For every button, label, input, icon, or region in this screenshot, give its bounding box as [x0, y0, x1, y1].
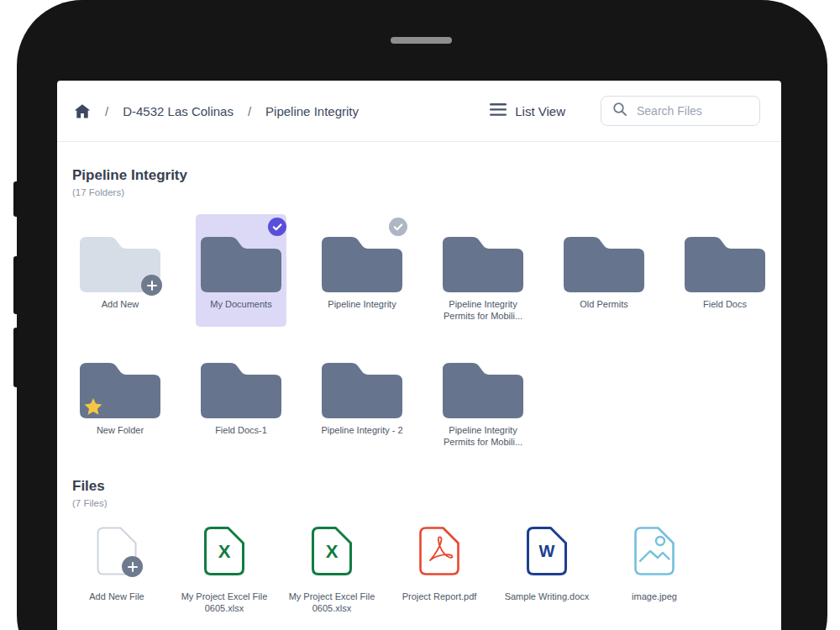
- file-label: Project Report.pdf: [402, 591, 477, 602]
- star-icon: [83, 396, 103, 417]
- folder-card[interactable]: Old Permits: [559, 214, 649, 327]
- image-file-icon: [634, 527, 675, 575]
- folder-label: My Documents: [210, 298, 271, 310]
- folder-label: Add New: [102, 298, 139, 310]
- selected-check-icon[interactable]: [268, 218, 286, 236]
- file-label: Add New File: [89, 591, 144, 602]
- folder-icon: [443, 360, 523, 418]
- folder-icon: [322, 360, 402, 418]
- folder-label: Pipeline Integrity Permits for Mobili...: [439, 298, 527, 322]
- folder-card[interactable]: My Documents: [196, 214, 286, 327]
- folders-section-count: (17 Folders): [72, 187, 781, 197]
- file-card[interactable]: XMy Project Excel File 0605.xlsx: [286, 527, 378, 614]
- file-label: My Project Excel File 0605.xlsx: [288, 591, 375, 614]
- folder-card[interactable]: Add New: [75, 214, 165, 327]
- file-label: image.jpeg: [632, 591, 677, 602]
- folder-card[interactable]: Pipeline Integrity Permits for Mobili...: [438, 214, 528, 327]
- file-card[interactable]: WSample Writing.docx: [501, 527, 593, 614]
- folder-label: New Folder: [97, 424, 144, 436]
- files-section: Files (7 Files) Add New FileXMy Project …: [72, 478, 781, 614]
- breadcrumb-separator: /: [248, 104, 251, 118]
- folder-grid: Add NewMy DocumentsPipeline IntegrityPip…: [75, 214, 781, 453]
- files-section-title: Files: [72, 478, 781, 495]
- home-icon[interactable]: [74, 103, 91, 119]
- svg-text:X: X: [326, 541, 339, 562]
- file-label: My Project Excel File 0605.xlsx: [181, 591, 268, 614]
- add-folder-icon: [80, 234, 160, 292]
- tablet-camera-bar: [391, 37, 452, 44]
- list-view-icon: [490, 102, 507, 119]
- folders-section: Pipeline Integrity (17 Folders) Add NewM…: [72, 167, 781, 453]
- header-actions: List View: [490, 96, 760, 126]
- app-screen: / D-4532 Las Colinas / Pipeline Integrit…: [57, 81, 781, 630]
- folder-card[interactable]: New Folder: [75, 340, 165, 453]
- word-file-icon: W: [527, 527, 567, 575]
- unselected-check-icon[interactable]: [389, 218, 407, 236]
- search-icon: [612, 102, 627, 120]
- add-file-plus-icon: [122, 556, 143, 577]
- folder-label: Pipeline Integrity - 2: [321, 424, 402, 436]
- folder-label: Pipeline Integrity Permits for Mobili...: [439, 424, 527, 448]
- folder-icon: [443, 234, 523, 292]
- folder-icon: [201, 234, 281, 292]
- folder-card[interactable]: Pipeline Integrity Permits for Mobili...: [438, 340, 528, 453]
- search-input[interactable]: [635, 103, 751, 118]
- folder-label: Pipeline Integrity: [328, 298, 396, 310]
- breadcrumb: / D-4532 Las Colinas / Pipeline Integrit…: [74, 103, 359, 119]
- main-content: Pipeline Integrity (17 Folders) Add NewM…: [57, 142, 781, 614]
- svg-text:W: W: [539, 542, 555, 560]
- files-grid: Add New FileXMy Project Excel File 0605.…: [71, 527, 781, 614]
- add-file-icon: [97, 527, 137, 575]
- folder-icon: [201, 360, 281, 418]
- folder-icon: [685, 234, 765, 292]
- folder-icon: [80, 360, 160, 418]
- folders-section-title: Pipeline Integrity: [72, 167, 781, 184]
- add-folder-plus-icon: [141, 275, 162, 296]
- folder-label: Old Permits: [580, 298, 627, 310]
- folder-label: Field Docs-1: [215, 424, 267, 436]
- file-card[interactable]: XMy Project Excel File 0605.xlsx: [178, 527, 270, 614]
- folder-card[interactable]: Pipeline Integrity: [317, 214, 407, 327]
- folder-icon: [564, 234, 644, 292]
- folder-card[interactable]: Field Docs-1: [196, 340, 286, 453]
- app-header: / D-4532 Las Colinas / Pipeline Integrit…: [57, 81, 781, 142]
- excel-file-icon: X: [204, 527, 244, 575]
- folder-card[interactable]: Field Docs: [680, 214, 770, 327]
- file-label: Sample Writing.docx: [505, 591, 590, 602]
- file-card[interactable]: image.jpeg: [608, 527, 701, 614]
- folder-label: Field Docs: [703, 298, 747, 310]
- file-card[interactable]: Add New File: [71, 527, 163, 614]
- file-card[interactable]: Project Report.pdf: [393, 527, 486, 614]
- list-view-button[interactable]: List View: [490, 102, 565, 119]
- breadcrumb-item-project[interactable]: D-4532 Las Colinas: [123, 104, 234, 118]
- list-view-label: List View: [515, 104, 565, 118]
- files-section-count: (7 Files): [72, 498, 781, 508]
- search-box[interactable]: [601, 96, 760, 126]
- svg-text:X: X: [218, 541, 231, 562]
- excel-file-icon: X: [312, 527, 352, 575]
- folder-icon: [322, 234, 402, 292]
- pdf-file-icon: [419, 527, 459, 575]
- folder-card[interactable]: Pipeline Integrity - 2: [317, 340, 407, 453]
- breadcrumb-separator: /: [105, 104, 108, 118]
- breadcrumb-item-current[interactable]: Pipeline Integrity: [265, 104, 359, 118]
